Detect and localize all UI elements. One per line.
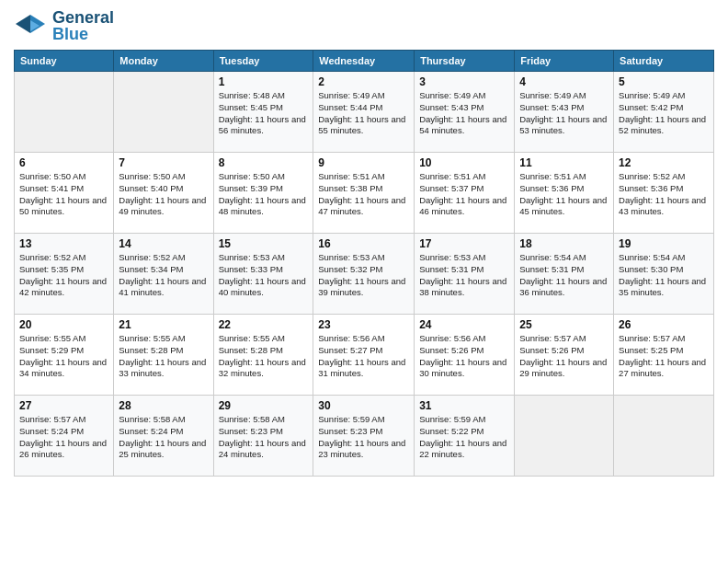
calendar-cell: 3Sunrise: 5:49 AM Sunset: 5:43 PM Daylig… xyxy=(415,72,515,153)
logo: General Blue xyxy=(14,9,114,42)
header-tuesday: Tuesday xyxy=(213,51,313,72)
svg-marker-2 xyxy=(16,15,30,33)
day-number: 24 xyxy=(419,318,509,331)
calendar-cell: 29Sunrise: 5:58 AM Sunset: 5:23 PM Dayli… xyxy=(213,396,313,477)
day-detail: Sunrise: 5:55 AM Sunset: 5:28 PM Dayligh… xyxy=(119,333,208,380)
calendar-cell: 7Sunrise: 5:50 AM Sunset: 5:40 PM Daylig… xyxy=(114,153,213,234)
calendar-week-row: 13Sunrise: 5:52 AM Sunset: 5:35 PM Dayli… xyxy=(15,234,714,315)
calendar-cell: 27Sunrise: 5:57 AM Sunset: 5:24 PM Dayli… xyxy=(15,396,114,477)
day-number: 28 xyxy=(119,399,208,412)
calendar-cell: 13Sunrise: 5:52 AM Sunset: 5:35 PM Dayli… xyxy=(15,234,114,315)
calendar-cell: 26Sunrise: 5:57 AM Sunset: 5:25 PM Dayli… xyxy=(614,315,714,396)
day-detail: Sunrise: 5:50 AM Sunset: 5:39 PM Dayligh… xyxy=(219,171,309,218)
day-number: 19 xyxy=(619,237,709,250)
calendar-cell: 16Sunrise: 5:53 AM Sunset: 5:32 PM Dayli… xyxy=(313,234,415,315)
day-detail: Sunrise: 5:51 AM Sunset: 5:37 PM Dayligh… xyxy=(419,171,509,218)
day-number: 26 xyxy=(619,318,709,331)
calendar-cell: 23Sunrise: 5:56 AM Sunset: 5:27 PM Dayli… xyxy=(313,315,415,396)
day-detail: Sunrise: 5:49 AM Sunset: 5:44 PM Dayligh… xyxy=(318,90,409,137)
day-detail: Sunrise: 5:59 AM Sunset: 5:23 PM Dayligh… xyxy=(318,414,409,461)
day-detail: Sunrise: 5:58 AM Sunset: 5:23 PM Dayligh… xyxy=(219,414,309,461)
calendar-cell: 22Sunrise: 5:55 AM Sunset: 5:28 PM Dayli… xyxy=(213,315,313,396)
calendar-cell: 20Sunrise: 5:55 AM Sunset: 5:29 PM Dayli… xyxy=(15,315,114,396)
calendar-cell: 5Sunrise: 5:49 AM Sunset: 5:42 PM Daylig… xyxy=(614,72,714,153)
calendar-cell: 10Sunrise: 5:51 AM Sunset: 5:37 PM Dayli… xyxy=(415,153,515,234)
day-number: 5 xyxy=(619,75,709,88)
day-detail: Sunrise: 5:52 AM Sunset: 5:36 PM Dayligh… xyxy=(619,171,709,218)
calendar-week-row: 20Sunrise: 5:55 AM Sunset: 5:29 PM Dayli… xyxy=(15,315,714,396)
calendar-cell: 25Sunrise: 5:57 AM Sunset: 5:26 PM Dayli… xyxy=(515,315,614,396)
calendar-cell: 6Sunrise: 5:50 AM Sunset: 5:41 PM Daylig… xyxy=(15,153,114,234)
day-detail: Sunrise: 5:54 AM Sunset: 5:31 PM Dayligh… xyxy=(519,252,609,299)
day-detail: Sunrise: 5:55 AM Sunset: 5:28 PM Dayligh… xyxy=(219,333,309,380)
day-detail: Sunrise: 5:52 AM Sunset: 5:34 PM Dayligh… xyxy=(119,252,208,299)
day-number: 9 xyxy=(318,156,409,169)
day-number: 20 xyxy=(19,318,108,331)
header-wednesday: Wednesday xyxy=(313,51,415,72)
day-number: 16 xyxy=(318,237,409,250)
calendar-week-row: 6Sunrise: 5:50 AM Sunset: 5:41 PM Daylig… xyxy=(15,153,714,234)
day-number: 22 xyxy=(219,318,309,331)
day-number: 21 xyxy=(119,318,208,331)
day-detail: Sunrise: 5:49 AM Sunset: 5:43 PM Dayligh… xyxy=(519,90,609,137)
day-detail: Sunrise: 5:57 AM Sunset: 5:26 PM Dayligh… xyxy=(519,333,609,380)
calendar-cell: 21Sunrise: 5:55 AM Sunset: 5:28 PM Dayli… xyxy=(114,315,213,396)
logo-text: General Blue xyxy=(52,9,114,42)
calendar-cell: 9Sunrise: 5:51 AM Sunset: 5:38 PM Daylig… xyxy=(313,153,415,234)
day-number: 25 xyxy=(519,318,609,331)
calendar-cell xyxy=(614,396,714,477)
header-monday: Monday xyxy=(114,51,213,72)
calendar-cell: 15Sunrise: 5:53 AM Sunset: 5:33 PM Dayli… xyxy=(213,234,313,315)
calendar-week-row: 27Sunrise: 5:57 AM Sunset: 5:24 PM Dayli… xyxy=(15,396,714,477)
header-saturday: Saturday xyxy=(614,51,714,72)
calendar-cell: 4Sunrise: 5:49 AM Sunset: 5:43 PM Daylig… xyxy=(515,72,614,153)
day-number: 23 xyxy=(318,318,409,331)
day-detail: Sunrise: 5:53 AM Sunset: 5:32 PM Dayligh… xyxy=(318,252,409,299)
day-number: 17 xyxy=(419,237,509,250)
calendar-cell: 17Sunrise: 5:53 AM Sunset: 5:31 PM Dayli… xyxy=(415,234,515,315)
logo-icon xyxy=(14,13,47,39)
calendar-cell: 8Sunrise: 5:50 AM Sunset: 5:39 PM Daylig… xyxy=(213,153,313,234)
calendar-cell: 31Sunrise: 5:59 AM Sunset: 5:22 PM Dayli… xyxy=(415,396,515,477)
day-detail: Sunrise: 5:58 AM Sunset: 5:24 PM Dayligh… xyxy=(119,414,208,461)
calendar-cell xyxy=(15,72,114,153)
day-number: 7 xyxy=(119,156,208,169)
day-number: 15 xyxy=(219,237,309,250)
day-detail: Sunrise: 5:49 AM Sunset: 5:42 PM Dayligh… xyxy=(619,90,709,137)
day-number: 11 xyxy=(519,156,609,169)
calendar-cell xyxy=(515,396,614,477)
day-number: 4 xyxy=(519,75,609,88)
day-detail: Sunrise: 5:53 AM Sunset: 5:31 PM Dayligh… xyxy=(419,252,509,299)
header-friday: Friday xyxy=(515,51,614,72)
day-number: 31 xyxy=(419,399,509,412)
day-number: 2 xyxy=(318,75,409,88)
header-thursday: Thursday xyxy=(415,51,515,72)
calendar-cell: 24Sunrise: 5:56 AM Sunset: 5:26 PM Dayli… xyxy=(415,315,515,396)
calendar-header-row: Sunday Monday Tuesday Wednesday Thursday… xyxy=(15,51,714,72)
page: General Blue Sunday Monday Tuesday Wedne… xyxy=(0,0,728,563)
day-detail: Sunrise: 5:59 AM Sunset: 5:22 PM Dayligh… xyxy=(419,414,509,461)
day-detail: Sunrise: 5:52 AM Sunset: 5:35 PM Dayligh… xyxy=(19,252,108,299)
day-number: 6 xyxy=(19,156,108,169)
day-number: 30 xyxy=(318,399,409,412)
calendar-cell: 14Sunrise: 5:52 AM Sunset: 5:34 PM Dayli… xyxy=(114,234,213,315)
calendar-cell xyxy=(114,72,213,153)
calendar-cell: 19Sunrise: 5:54 AM Sunset: 5:30 PM Dayli… xyxy=(614,234,714,315)
day-number: 18 xyxy=(519,237,609,250)
calendar-cell: 2Sunrise: 5:49 AM Sunset: 5:44 PM Daylig… xyxy=(313,72,415,153)
day-number: 8 xyxy=(219,156,309,169)
day-number: 27 xyxy=(19,399,108,412)
day-detail: Sunrise: 5:48 AM Sunset: 5:45 PM Dayligh… xyxy=(219,90,309,137)
day-detail: Sunrise: 5:54 AM Sunset: 5:30 PM Dayligh… xyxy=(619,252,709,299)
calendar-cell: 30Sunrise: 5:59 AM Sunset: 5:23 PM Dayli… xyxy=(313,396,415,477)
day-number: 12 xyxy=(619,156,709,169)
calendar-cell: 11Sunrise: 5:51 AM Sunset: 5:36 PM Dayli… xyxy=(515,153,614,234)
day-number: 13 xyxy=(19,237,108,250)
day-number: 29 xyxy=(219,399,309,412)
day-number: 1 xyxy=(219,75,309,88)
day-detail: Sunrise: 5:56 AM Sunset: 5:27 PM Dayligh… xyxy=(318,333,409,380)
day-detail: Sunrise: 5:57 AM Sunset: 5:25 PM Dayligh… xyxy=(619,333,709,380)
day-number: 10 xyxy=(419,156,509,169)
day-detail: Sunrise: 5:57 AM Sunset: 5:24 PM Dayligh… xyxy=(19,414,108,461)
calendar-table: Sunday Monday Tuesday Wednesday Thursday… xyxy=(14,50,714,477)
